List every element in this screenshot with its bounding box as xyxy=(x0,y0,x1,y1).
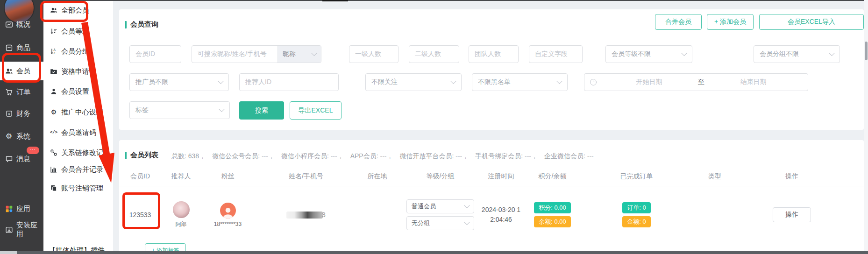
vertical-scrollbar-thumb[interactable] xyxy=(865,42,868,60)
svg-text:A: A xyxy=(54,48,56,51)
bar-chart-icon xyxy=(50,166,57,173)
stat-mini-program: 微信小程序会员: ---， xyxy=(281,152,344,161)
sidebar-item-label: 安装应用 xyxy=(16,221,43,239)
submenu-item-label: 推广中心设置 xyxy=(61,108,103,117)
query-section-header: 会员查询 xyxy=(125,20,158,29)
referrer-avatar[interactable] xyxy=(173,201,190,218)
member-id-cell: 123533 xyxy=(119,211,161,219)
col-points-balance: 积分/余额 xyxy=(519,172,586,181)
top-edge-fragment xyxy=(322,0,348,1)
sidebar-item-orders[interactable]: 订单 xyxy=(0,84,43,100)
sidebar-item-goods[interactable]: 商品 xyxy=(0,39,43,56)
svg-text:¥: ¥ xyxy=(7,112,10,116)
referrer-name: 阿部 xyxy=(176,220,187,228)
level1-count-input[interactable]: 一级人数 xyxy=(349,45,398,63)
submenu-item-label: 会员设置 xyxy=(61,87,89,96)
submenu-item-member-settings[interactable]: 会员设置 xyxy=(43,84,113,99)
fans-avatar[interactable] xyxy=(220,203,236,219)
blacklist-filter-select[interactable]: 不限黑名单 xyxy=(472,73,568,91)
row-action-button[interactable]: 操作 xyxy=(773,207,811,222)
member-id-input[interactable]: 会员ID xyxy=(129,45,181,63)
cart-icon xyxy=(5,88,13,96)
goods-icon xyxy=(5,43,13,52)
row-group-select[interactable]: 无分组 xyxy=(406,216,474,230)
submenu-item-label: 关系链修改记录 xyxy=(61,148,110,157)
list-title: 会员列表 xyxy=(130,151,158,160)
search-type-select[interactable]: 昵称 xyxy=(277,46,321,63)
submenu-item-label: 资格申请 xyxy=(61,67,89,76)
stat-open-platform: 微信开放平台会员: ---， xyxy=(399,152,469,161)
referrer-id-input[interactable]: 推荐人ID xyxy=(239,73,339,91)
stat-app: APP会员: ---， xyxy=(350,152,393,161)
search-button[interactable]: 搜索 xyxy=(239,101,284,120)
amount-badge: 金额: 0 xyxy=(622,216,650,227)
bottom-scrollbar-track-left xyxy=(0,251,17,254)
orders-badge: 订单: 0 xyxy=(622,202,650,213)
submenu-item-member-group[interactable]: AZ 会员分组 xyxy=(43,43,113,59)
add-member-button[interactable]: + 添加会员 xyxy=(707,14,754,30)
submenu-item-all-members[interactable]: 全部会员 xyxy=(43,2,113,18)
follow-filter-select[interactable]: 不限关注 xyxy=(365,73,462,91)
end-date-input[interactable]: 结束日期 xyxy=(704,78,802,86)
tag-select[interactable]: 标签 xyxy=(129,101,230,119)
submenu-item-invite-code[interactable]: </> 会员邀请码 xyxy=(43,125,113,141)
sidebar-item-apps[interactable]: 应用 xyxy=(0,200,43,217)
points-badge: 积分: 0.00 xyxy=(534,202,571,213)
custom-field-input[interactable]: 自定义字段 xyxy=(529,45,583,63)
name-blur-block xyxy=(286,212,323,219)
col-referrer: 推荐人 xyxy=(161,172,201,181)
submenu-item-qualification[interactable]: 资格申请 xyxy=(43,64,113,79)
team-count-input[interactable]: 团队人数 xyxy=(469,45,519,63)
member-submenu: 全部会员 会员等级 AZ 会员分组 资格申请 会员设置 ⚙ 推广中心设置 </>… xyxy=(43,0,113,254)
member-stats: 总数: 638， 微信公众号会员: ---， 微信小程序会员: ---， APP… xyxy=(171,152,600,161)
gear-icon: ⚙ xyxy=(50,108,57,116)
section-accent-bar xyxy=(125,152,127,159)
merge-member-button[interactable]: 合并会员 xyxy=(655,14,702,30)
level2-count-input[interactable]: 二级人数 xyxy=(409,45,459,63)
submenu-item-label: 全部会员 xyxy=(61,6,89,15)
sidebar-item-overview[interactable]: 概况 xyxy=(0,16,43,33)
date-to-label: 至 xyxy=(698,78,704,86)
fans-cell: 18*******33 xyxy=(201,203,255,227)
member-group-select[interactable]: 会员分组不限 xyxy=(754,45,840,63)
message-count-badge: ··· xyxy=(27,147,39,154)
export-excel-button[interactable]: 导出EXCEL xyxy=(290,101,342,120)
sidebar-item-member[interactable]: 会员 xyxy=(0,62,43,80)
col-member-id: 会员ID xyxy=(119,172,161,181)
sidebar-item-label: 消息 xyxy=(16,155,30,163)
col-name-phone: 姓名/手机号 xyxy=(255,172,357,181)
people-icon xyxy=(50,7,57,14)
search-input[interactable]: 可搜索昵称/姓名/手机号 xyxy=(192,50,277,58)
promoter-select[interactable]: 推广员不限 xyxy=(129,73,229,91)
submenu-item-label: 会员邀请码 xyxy=(61,128,96,137)
col-action: 操作 xyxy=(743,172,841,181)
member-level-select[interactable]: 会员等级不限 xyxy=(605,45,692,63)
chevron-down-icon xyxy=(218,78,224,84)
bottom-scrollbar[interactable] xyxy=(0,251,868,254)
submenu-item-merge-log[interactable]: 会员合并记录 xyxy=(43,162,113,177)
date-range-picker[interactable]: 开始日期 至 结束日期 xyxy=(584,73,808,91)
col-fans: 粉丝 xyxy=(201,172,255,181)
submenu-item-relation-log[interactable]: 关系链修改记录 xyxy=(43,145,113,161)
sidebar-item-install-apps[interactable]: 安装应用 xyxy=(0,221,43,238)
chevron-down-icon xyxy=(681,50,687,56)
install-icon xyxy=(5,226,13,234)
sidebar-item-label: 订单 xyxy=(16,88,30,97)
submenu-item-member-level[interactable]: 会员等级 xyxy=(43,23,113,39)
fans-phone: 18*******33 xyxy=(214,221,242,227)
sidebar-item-system[interactable]: ⚙ 系统 xyxy=(0,128,43,145)
copy-file-icon xyxy=(50,184,57,192)
member-query-card: 会员查询 合并会员 + 添加会员 会员EXCEL导入 会员ID 可搜索昵称/姓名… xyxy=(119,9,864,130)
member-excel-import-button[interactable]: 会员EXCEL导入 xyxy=(759,14,864,30)
row-level-select[interactable]: 普通会员 xyxy=(406,199,474,213)
start-date-input[interactable]: 开始日期 xyxy=(600,78,698,86)
money-icon: ¥ xyxy=(5,109,13,118)
level-group-cell: 普通会员 无分组 xyxy=(397,198,484,232)
name-phone-cell: 3 xyxy=(255,211,357,219)
col-level-group: 等级/分组 xyxy=(397,172,484,181)
sidebar-item-finance[interactable]: ¥ 财务 xyxy=(0,105,43,122)
col-completed-orders: 已完成订单 xyxy=(586,172,687,181)
submenu-item-account-cancel[interactable]: 账号注销管理 xyxy=(43,180,113,196)
submenu-item-promotion-settings[interactable]: ⚙ 推广中心设置 xyxy=(43,104,113,120)
submenu-item-label: 会员等级 xyxy=(61,27,89,36)
